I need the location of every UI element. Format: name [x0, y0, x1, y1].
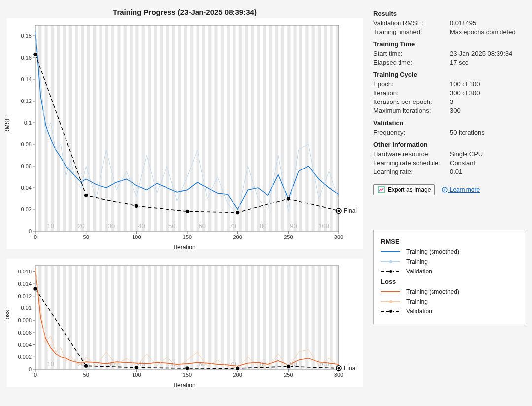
svg-rect-9	[93, 25, 96, 231]
svg-rect-49	[336, 25, 339, 231]
svg-rect-150	[312, 266, 315, 369]
svg-rect-17	[142, 25, 145, 231]
legend-box: RMSE Training (smoothed) Training Valida…	[373, 230, 525, 324]
svg-text:Final: Final	[344, 207, 357, 214]
svg-text:30: 30	[108, 222, 115, 230]
svg-text:200: 200	[233, 234, 242, 240]
svg-text:Final: Final	[344, 365, 357, 372]
maxiter-value: 300	[450, 107, 525, 114]
svg-text:10: 10	[47, 360, 54, 368]
svg-text:300: 300	[334, 372, 343, 378]
svg-text:20: 20	[77, 222, 84, 230]
svg-point-95	[33, 52, 37, 56]
start-time-label: Start time:	[373, 50, 450, 57]
svg-text:0.12: 0.12	[21, 98, 32, 104]
training-finished-value: Max epochs completed	[450, 28, 525, 35]
svg-rect-106	[44, 266, 47, 369]
svg-text:0.016: 0.016	[18, 269, 32, 274]
rmse-xlabel: Iteration	[174, 244, 195, 251]
svg-text:0.08: 0.08	[21, 141, 32, 147]
svg-rect-148	[299, 266, 302, 369]
svg-rect-105	[38, 266, 41, 369]
start-time-value: 23-Jan-2025 08:39:34	[450, 50, 525, 57]
svg-rect-32	[233, 25, 235, 231]
svg-rect-15	[130, 25, 133, 231]
rmse-svg: 00.020.040.060.080.10.120.140.160.180501…	[7, 18, 363, 249]
freq-value: 50 iterations	[450, 129, 525, 136]
legend-rmse-validation: Validation	[381, 268, 518, 275]
svg-text:300: 300	[334, 234, 343, 240]
loss-chart: Loss 00.0020.0040.0060.0080.010.0120.014…	[7, 259, 363, 387]
hw-label: Hardware resource:	[373, 150, 450, 158]
svg-rect-147	[294, 266, 297, 369]
ipe-label: Iterations per epoch:	[373, 98, 450, 105]
svg-rect-131	[196, 266, 199, 369]
lr-value: 0.01	[450, 168, 525, 175]
svg-rect-10	[99, 25, 102, 231]
lr-label: Learning rate:	[373, 168, 450, 175]
loss-xlabel: Iteration	[174, 382, 195, 389]
svg-text:50: 50	[168, 222, 175, 230]
svg-rect-138	[239, 266, 242, 369]
svg-text:100: 100	[318, 360, 329, 368]
svg-rect-146	[287, 266, 290, 369]
svg-rect-4	[63, 25, 66, 231]
svg-text:0.002: 0.002	[18, 354, 32, 360]
svg-text:60: 60	[199, 360, 206, 368]
svg-rect-7	[81, 25, 84, 231]
svg-text:150: 150	[183, 234, 192, 240]
svg-text:0.06: 0.06	[21, 163, 32, 169]
freq-label: Frequency:	[373, 129, 450, 136]
svg-rect-24	[184, 25, 187, 231]
svg-rect-140	[251, 266, 254, 369]
svg-text:0.012: 0.012	[18, 293, 32, 299]
svg-text:80: 80	[260, 222, 266, 230]
results-heading: Results	[373, 10, 525, 17]
export-label: Export as Image	[388, 186, 431, 193]
svg-rect-22	[172, 25, 175, 231]
svg-rect-3	[57, 25, 60, 231]
legend-loss-validation: Validation	[381, 308, 518, 315]
svg-rect-129	[184, 266, 187, 369]
svg-rect-139	[245, 266, 248, 369]
svg-text:0: 0	[34, 372, 37, 378]
svg-text:0.004: 0.004	[18, 342, 32, 348]
svg-text:0.01: 0.01	[21, 305, 32, 311]
learn-more-link[interactable]: i Learn more	[442, 186, 480, 193]
svg-text:70: 70	[229, 360, 236, 368]
svg-rect-136	[227, 266, 230, 369]
svg-rect-151	[318, 266, 321, 369]
ipe-value: 3	[450, 98, 525, 105]
svg-point-201	[185, 366, 189, 370]
svg-rect-109	[63, 266, 66, 369]
svg-rect-107	[51, 266, 54, 369]
svg-rect-2	[51, 25, 54, 231]
svg-text:0.02: 0.02	[21, 206, 32, 212]
legend-rmse-training: Training	[381, 258, 518, 265]
training-time-heading: Training Time	[373, 40, 525, 48]
svg-rect-118	[117, 266, 120, 369]
svg-rect-38	[269, 25, 272, 231]
legend-rmse-smoothed: Training (smoothed)	[381, 248, 518, 255]
svg-rect-111	[75, 266, 78, 369]
loss-ylabel: Loss	[4, 310, 11, 323]
rmse-chart: RMSE 00.020.040.060.080.10.120.140.160.1…	[7, 18, 363, 249]
svg-rect-39	[275, 25, 278, 231]
svg-rect-130	[190, 266, 193, 369]
svg-text:0: 0	[34, 234, 37, 240]
svg-point-96	[84, 193, 88, 197]
epoch-value: 100 of 100	[450, 80, 525, 88]
svg-rect-126	[166, 266, 169, 369]
svg-rect-120	[130, 266, 133, 369]
svg-point-198	[33, 287, 37, 291]
svg-rect-145	[281, 266, 284, 369]
svg-point-98	[185, 209, 189, 213]
svg-text:90: 90	[290, 222, 297, 230]
svg-text:60: 60	[199, 222, 206, 230]
legend-loss-heading: Loss	[381, 278, 518, 285]
svg-point-203	[286, 364, 290, 368]
svg-rect-143	[269, 266, 272, 369]
export-button[interactable]: Export as Image	[373, 184, 435, 195]
svg-rect-141	[257, 266, 260, 369]
elapsed-time-value: 17 sec	[450, 59, 525, 66]
